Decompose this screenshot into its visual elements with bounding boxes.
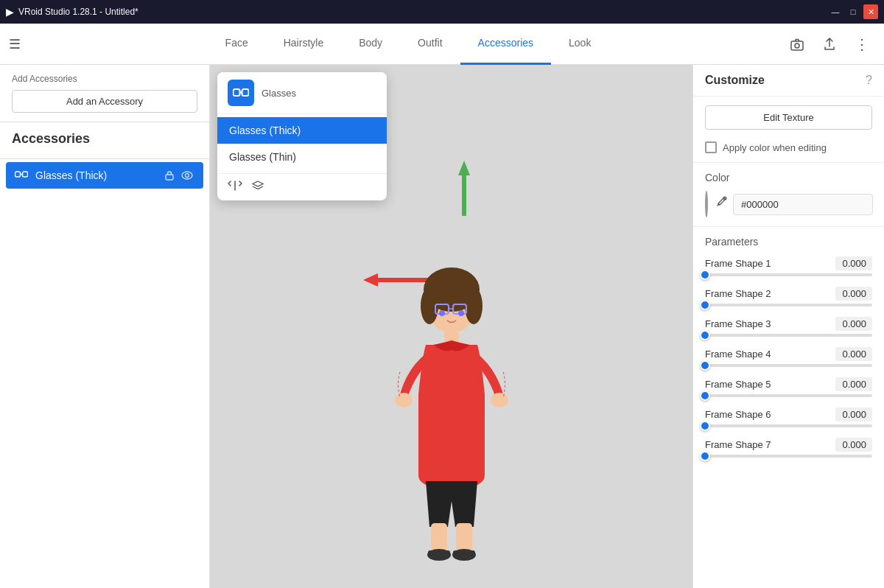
param-slider-thumb-2[interactable] <box>700 330 710 340</box>
param-value-0: 0.000 <box>835 256 872 270</box>
param-row-5: Frame Shape 6 0.000 <box>705 407 872 427</box>
svg-rect-3 <box>23 172 28 177</box>
param-row-4: Frame Shape 5 0.000 <box>705 377 872 397</box>
more-icon: ⋮ <box>855 37 869 52</box>
tab-outfit[interactable]: Outfit <box>400 24 460 65</box>
param-slider-thumb-1[interactable] <box>700 300 710 310</box>
param-slider-4[interactable] <box>705 394 872 397</box>
svg-point-6 <box>186 174 189 178</box>
param-slider-thumb-0[interactable] <box>700 270 710 280</box>
svg-point-21 <box>458 310 464 316</box>
character-display <box>378 239 525 573</box>
param-slider-0[interactable] <box>705 273 872 276</box>
param-value-6: 0.000 <box>835 438 872 452</box>
up-arrow <box>455 161 473 216</box>
eyedropper-icon[interactable] <box>714 196 727 213</box>
svg-rect-25 <box>431 523 447 553</box>
add-accessory-button[interactable]: Add an Accessory <box>12 90 197 113</box>
param-slider-thumb-5[interactable] <box>700 421 710 431</box>
param-label-5: Frame Shape 6 <box>705 409 771 420</box>
camera-button[interactable] <box>784 31 810 57</box>
hamburger-menu[interactable]: ☰ <box>9 36 21 52</box>
svg-point-23 <box>395 393 413 407</box>
lock-icon[interactable] <box>162 168 177 183</box>
glasses-option-thick[interactable]: Glasses (Thick) <box>217 117 387 144</box>
title-bar: ▶ VRoid Studio 1.28.1 - Untitled* — □ ✕ <box>0 0 884 24</box>
glasses-options: Glasses (Thick) Glasses (Thin) <box>217 114 387 173</box>
minimize-button[interactable]: — <box>828 4 843 19</box>
param-slider-thumb-6[interactable] <box>700 451 710 461</box>
param-header-2: Frame Shape 3 0.000 <box>705 317 872 331</box>
mirror-tool[interactable] <box>228 180 242 195</box>
glasses-option-thin[interactable]: Glasses (Thin) <box>217 144 387 170</box>
param-header-4: Frame Shape 5 0.000 <box>705 377 872 391</box>
param-value-3: 0.000 <box>835 347 872 361</box>
param-label-6: Frame Shape 7 <box>705 439 771 450</box>
apply-color-row: Apply color when editing <box>693 139 884 163</box>
color-section: Color <box>693 163 884 227</box>
param-label-1: Frame Shape 2 <box>705 288 771 299</box>
param-row-1: Frame Shape 2 0.000 <box>705 287 872 307</box>
nav-right-actions: ⋮ <box>784 31 875 57</box>
share-button[interactable] <box>816 31 843 57</box>
maximize-button[interactable]: □ <box>846 4 860 19</box>
tab-look[interactable]: Look <box>551 24 608 65</box>
param-slider-6[interactable] <box>705 455 872 458</box>
svg-point-16 <box>465 287 483 324</box>
param-header-1: Frame Shape 2 0.000 <box>705 287 872 301</box>
color-swatch[interactable] <box>705 191 708 217</box>
tab-hairstyle[interactable]: Hairstyle <box>266 24 341 65</box>
svg-point-24 <box>491 393 508 407</box>
svg-point-20 <box>439 310 445 316</box>
param-label-3: Frame Shape 4 <box>705 349 771 360</box>
apply-color-label: Apply color when editing <box>723 142 827 153</box>
param-slider-5[interactable] <box>705 424 872 427</box>
color-row <box>705 191 872 217</box>
glasses-category: Glasses <box>262 88 296 99</box>
svg-rect-10 <box>462 175 466 216</box>
param-slider-thumb-4[interactable] <box>700 391 710 401</box>
glasses-thick-icon <box>15 169 28 182</box>
param-value-5: 0.000 <box>835 407 872 421</box>
param-slider-thumb-3[interactable] <box>700 360 710 371</box>
accessories-heading: Accessories <box>12 131 197 147</box>
camera-icon <box>790 37 804 52</box>
param-header-6: Frame Shape 7 0.000 <box>705 438 872 452</box>
param-value-4: 0.000 <box>835 377 872 391</box>
param-label-2: Frame Shape 3 <box>705 318 771 329</box>
edit-texture-button[interactable]: Edit Texture <box>705 105 872 130</box>
param-label-4: Frame Shape 5 <box>705 379 771 390</box>
add-accessories-section: Add Accessories Add an Accessory <box>0 65 209 122</box>
tab-face[interactable]: Face <box>208 24 266 65</box>
apply-color-checkbox[interactable] <box>705 141 717 153</box>
right-panel: Customize ? Edit Texture Apply color whe… <box>692 65 884 588</box>
svg-marker-9 <box>458 161 470 175</box>
svg-rect-7 <box>234 89 240 96</box>
param-row-0: Frame Shape 1 0.000 <box>705 256 872 276</box>
accessories-list: Glasses (Thick) <box>0 159 209 195</box>
left-panel: Add Accessories Add an Accessory Accesso… <box>0 65 210 588</box>
tab-body[interactable]: Body <box>341 24 400 65</box>
layer-tool[interactable] <box>251 180 264 195</box>
main-layout: Add Accessories Add an Accessory Accesso… <box>0 65 884 588</box>
center-canvas[interactable]: Glasses Glasses (Thick) Glasses (Thin) <box>210 65 692 588</box>
param-value-1: 0.000 <box>835 287 872 301</box>
color-hex-input[interactable] <box>733 194 873 215</box>
accessories-section: Accessories <box>0 122 209 159</box>
svg-rect-0 <box>791 41 803 50</box>
app-icon: ▶ <box>6 6 14 18</box>
help-icon[interactable]: ? <box>866 74 872 87</box>
svg-point-1 <box>795 43 799 48</box>
more-options-button[interactable]: ⋮ <box>849 31 875 57</box>
svg-rect-26 <box>456 523 472 553</box>
accessory-item-glasses-thick[interactable]: Glasses (Thick) <box>6 162 203 189</box>
close-button[interactable]: ✕ <box>863 4 878 19</box>
window-controls: — □ ✕ <box>828 4 878 19</box>
top-nav: ☰ Face Hairstyle Body Outfit Accessories… <box>0 24 884 65</box>
param-slider-3[interactable] <box>705 364 872 367</box>
param-slider-1[interactable] <box>705 304 872 307</box>
visibility-icon[interactable] <box>180 168 194 183</box>
param-row-3: Frame Shape 4 0.000 <box>705 347 872 367</box>
tab-accessories[interactable]: Accessories <box>460 24 551 65</box>
param-slider-2[interactable] <box>705 334 872 337</box>
